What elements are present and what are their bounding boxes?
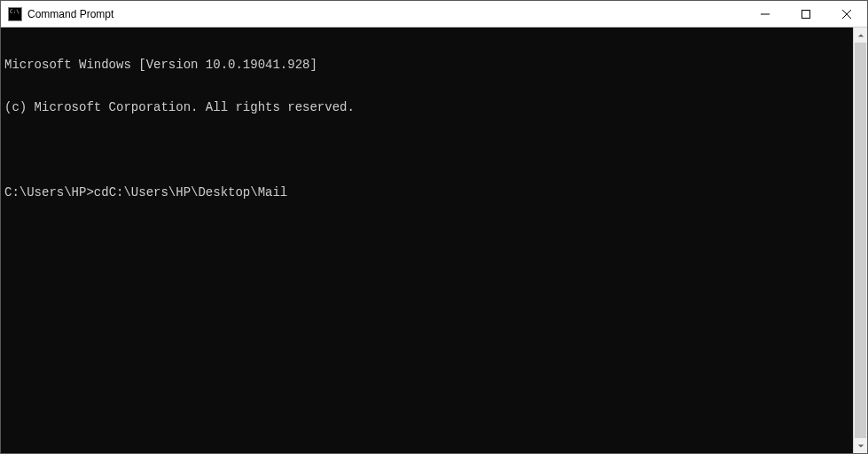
scroll-up-button[interactable] [854,27,867,43]
titlebar[interactable]: Command Prompt [1,1,867,27]
scroll-track[interactable] [854,43,867,438]
chevron-up-icon [857,32,864,39]
scroll-down-button[interactable] [854,438,867,453]
window-controls [745,1,867,27]
close-button[interactable] [826,1,867,27]
terminal-output-line: Microsoft Windows [Version 10.0.19041.92… [4,58,849,72]
terminal[interactable]: Microsoft Windows [Version 10.0.19041.92… [1,27,853,453]
terminal-prompt-line: C:\Users\HP>cdC:\Users\HP\Desktop\Mail [4,185,849,200]
prompt-text: C:\Users\HP> [4,185,94,200]
minimize-icon [761,10,770,19]
close-icon [842,10,851,19]
command-text: cdC:\Users\HP\Desktop\Mail [94,185,287,200]
svg-rect-0 [802,10,810,18]
chevron-down-icon [857,442,864,450]
scroll-thumb[interactable] [855,43,866,438]
terminal-output-line: (c) Microsoft Corporation. All rights re… [4,100,849,114]
terminal-blank-line [4,143,849,157]
minimize-button[interactable] [745,1,786,27]
app-icon [8,7,22,21]
content-area: Microsoft Windows [Version 10.0.19041.92… [1,27,867,453]
window-title: Command Prompt [27,8,745,20]
maximize-icon [802,10,810,19]
vertical-scrollbar[interactable] [853,27,867,453]
maximize-button[interactable] [786,1,826,27]
